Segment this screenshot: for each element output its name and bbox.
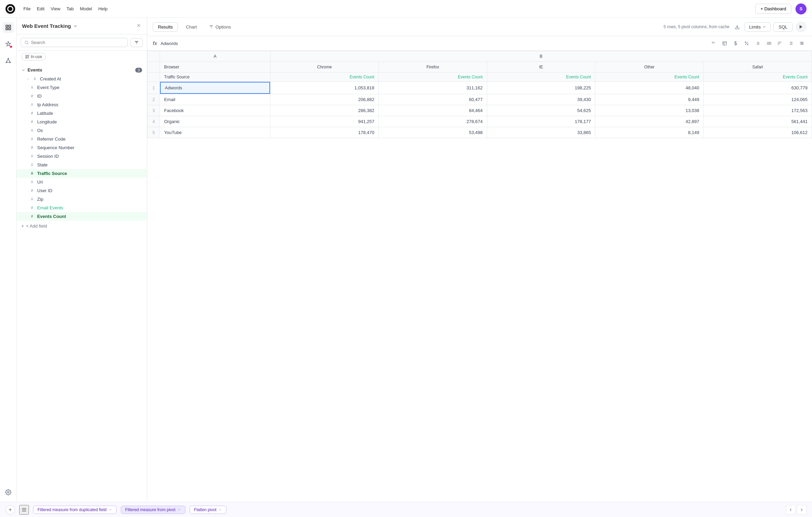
formula-action-sort[interactable] (775, 38, 784, 48)
chevron-left-icon (788, 507, 793, 512)
nav-prev-button[interactable] (786, 505, 795, 515)
sidebar-header: Web Event Tracking (17, 18, 147, 34)
hamburger-icon (21, 507, 27, 513)
field-type-hash-icon: # (30, 94, 34, 98)
row-num-5: 5 (148, 127, 160, 138)
tab-pivot-filter[interactable]: Filtered measure from pivot (121, 506, 185, 514)
field-type-text-icon: A (30, 137, 34, 141)
formula-action-dollar[interactable] (731, 38, 740, 48)
menu-button[interactable] (19, 505, 29, 515)
user-avatar[interactable]: S (795, 3, 806, 14)
cell-safari-1: 630,779 (704, 82, 812, 93)
cell-source-3[interactable]: Facebook (160, 105, 270, 116)
field-type-text-icon: A (30, 103, 34, 107)
field-uri[interactable]: A Uri (17, 178, 147, 186)
results-tab[interactable]: Results (153, 22, 178, 32)
nav-model[interactable]: Model (80, 6, 92, 11)
limits-button[interactable]: Limits (745, 22, 771, 32)
formula-action-2[interactable] (720, 38, 729, 48)
add-tab-button[interactable]: + (6, 505, 15, 515)
formula-action-decimals2[interactable]: .00 (764, 38, 773, 48)
field-user-id[interactable]: # User ID (17, 186, 147, 195)
filter-button[interactable] (130, 38, 143, 47)
field-event-type[interactable]: A Event Type (17, 83, 147, 92)
cell-source-1[interactable]: Adwords (160, 82, 270, 94)
sparkle-icon-btn[interactable] (3, 38, 14, 50)
field-id[interactable]: # ID (17, 92, 147, 100)
sidebar: Web Event Tracking In-use (17, 18, 147, 502)
formula-action-decimals[interactable]: .0 (753, 38, 762, 48)
tab-flatten-pivot[interactable]: Flatten pivot (190, 506, 226, 514)
in-use-tag[interactable]: In-use (21, 53, 46, 60)
field-sequence-number[interactable]: # Sequence Number (17, 143, 147, 152)
nav-next-button[interactable] (797, 505, 806, 515)
field-zip[interactable]: A Zip (17, 195, 147, 204)
events-section-title: Events (21, 67, 42, 73)
sliders-icon (209, 24, 214, 29)
nav-help[interactable]: Help (98, 6, 108, 11)
field-created-at[interactable]: A Created At (17, 75, 147, 83)
connections-icon-btn[interactable] (3, 55, 14, 66)
add-dashboard-button[interactable]: + Dashboard (755, 4, 791, 14)
explorer-icon-btn[interactable] (3, 22, 14, 33)
chevron-down-icon (762, 25, 766, 29)
formula-action-1[interactable] (709, 38, 718, 48)
cell-source-2[interactable]: Email (160, 94, 270, 105)
field-os[interactable]: A Os (17, 126, 147, 135)
search-input[interactable] (31, 40, 124, 45)
chevron-down-small-icon (178, 508, 181, 512)
formula-actions: .0 .00 (709, 38, 806, 48)
cell-ie-2: 39,430 (487, 94, 595, 105)
svg-rect-1 (9, 25, 10, 27)
field-ip-address[interactable]: A Ip Address (17, 100, 147, 109)
chevron-right-icon (799, 507, 804, 512)
cell-ie-4: 178,177 (487, 116, 595, 127)
search-box[interactable] (21, 38, 128, 47)
chevron-down-icon (21, 68, 25, 72)
field-type-text-icon: A (30, 172, 34, 175)
tab-duplicated-field[interactable]: Filtered measure from duplicated field (33, 506, 117, 514)
nav-view[interactable]: View (51, 6, 60, 11)
formula-action-percent[interactable] (742, 38, 751, 48)
sql-button[interactable]: SQL (773, 22, 793, 32)
field-session-id[interactable]: A Session ID (17, 152, 147, 161)
download-button[interactable] (732, 22, 742, 32)
formula-value: Adwords (160, 41, 178, 46)
bottom-bar: + Filtered measure from duplicated field… (0, 502, 812, 517)
field-type-text-icon: A (32, 77, 37, 81)
svg-rect-18 (26, 55, 27, 57)
formula-action-list[interactable] (786, 38, 795, 48)
run-button[interactable] (795, 21, 806, 32)
events-section-header[interactable]: Events 3 (17, 65, 147, 75)
chart-tab[interactable]: Chart (181, 22, 202, 32)
col-a-header: A (160, 51, 270, 62)
field-latitude[interactable]: # Latitude (17, 109, 147, 118)
cell-source-4[interactable]: Organic (160, 116, 270, 127)
nav-edit[interactable]: Edit (37, 6, 44, 11)
add-field-button[interactable]: + + Add field (17, 221, 147, 231)
nav-file[interactable]: File (23, 6, 31, 11)
table-row: 1 Adwords 1,053,818 311,162 198,225 (148, 82, 812, 94)
events-count-badge: 3 (135, 68, 142, 73)
cell-other-5: 8,149 (595, 127, 703, 138)
formula-action-more[interactable] (797, 38, 806, 48)
field-events-count[interactable]: # Events Count (17, 212, 147, 221)
row-num-4: 4 (148, 116, 160, 127)
settings-icon-btn[interactable] (3, 487, 14, 498)
field-email-events[interactable]: # Email Events (17, 204, 147, 212)
events-count-safari: Events Count (704, 73, 812, 81)
field-state[interactable]: A State (17, 161, 147, 169)
cell-source-5[interactable]: YouTube (160, 127, 270, 138)
field-traffic-source[interactable]: A Traffic Source (17, 169, 147, 178)
cell-other-1: 48,040 (595, 82, 703, 93)
svg-rect-0 (6, 25, 8, 27)
formula-bar: fx Adwords .0 . (147, 36, 812, 51)
options-button[interactable]: Options (205, 23, 235, 31)
sidebar-close-button[interactable] (136, 23, 141, 29)
field-longitude[interactable]: # Longitude (17, 118, 147, 126)
field-referrer-code[interactable]: A Referrer Code (17, 135, 147, 143)
nav-tab[interactable]: Tab (66, 6, 74, 11)
browser-header: Browser (160, 63, 270, 72)
svg-rect-2 (6, 28, 8, 30)
cell-chrome-5: 178,470 (270, 127, 378, 138)
